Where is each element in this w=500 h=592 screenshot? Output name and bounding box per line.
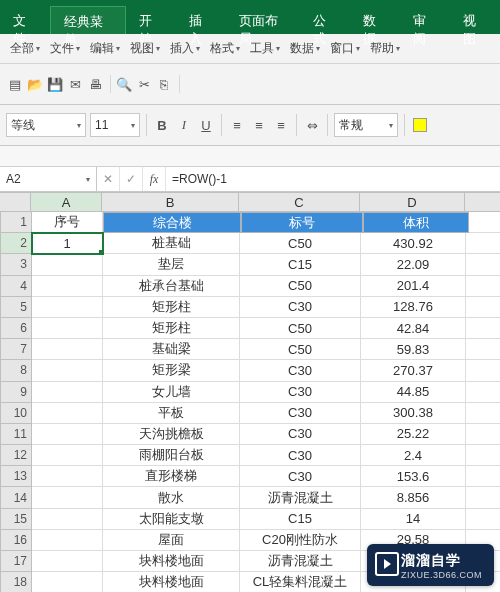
cell-B9[interactable]: 女儿墙 xyxy=(103,382,240,403)
cell-B2[interactable]: 桩基础 xyxy=(103,233,240,254)
menu-edit[interactable]: 编辑▾ xyxy=(86,38,124,59)
cell-D15[interactable]: 14 xyxy=(361,509,466,530)
cell-A4[interactable] xyxy=(32,276,103,297)
cell-A2[interactable]: 1 xyxy=(32,233,103,254)
cell-A10[interactable] xyxy=(32,403,103,424)
cell-E15[interactable] xyxy=(466,509,500,530)
cell-B1[interactable]: 综合楼 xyxy=(103,212,241,233)
row-header[interactable]: 5 xyxy=(0,297,32,318)
menu-tools[interactable]: 工具▾ xyxy=(246,38,284,59)
cell-E14[interactable] xyxy=(466,487,500,508)
cell-E3[interactable] xyxy=(466,254,500,275)
cell-C16[interactable]: C20刚性防水 xyxy=(240,530,361,551)
menu-insert[interactable]: 插入▾ xyxy=(166,38,204,59)
cell-B13[interactable]: 直形楼梯 xyxy=(103,466,240,487)
cell-C6[interactable]: C50 xyxy=(240,318,361,339)
col-header-B[interactable]: B xyxy=(102,192,239,212)
merge-icon[interactable]: ⇔ xyxy=(303,116,321,134)
cell-E8[interactable] xyxy=(466,360,500,381)
cell-E2[interactable] xyxy=(466,233,500,254)
align-center-icon[interactable]: ≡ xyxy=(250,116,268,134)
cell-C1[interactable]: 标号 xyxy=(241,212,363,233)
cell-B3[interactable]: 垫层 xyxy=(103,254,240,275)
cell-A12[interactable] xyxy=(32,445,103,466)
save-icon[interactable]: 💾 xyxy=(46,75,64,93)
cell-E6[interactable] xyxy=(466,318,500,339)
cell-C5[interactable]: C30 xyxy=(240,297,361,318)
cell-D11[interactable]: 25.22 xyxy=(361,424,466,445)
row-header[interactable]: 18 xyxy=(0,572,32,592)
cell-B10[interactable]: 平板 xyxy=(103,403,240,424)
underline-button[interactable]: U xyxy=(197,116,215,134)
col-header-A[interactable]: A xyxy=(31,192,102,212)
cell-A16[interactable] xyxy=(32,530,103,551)
row-header[interactable]: 9 xyxy=(0,382,32,403)
cell-A15[interactable] xyxy=(32,509,103,530)
align-left-icon[interactable]: ≡ xyxy=(228,116,246,134)
row-header[interactable]: 4 xyxy=(0,276,32,297)
cell-D14[interactable]: 8.856 xyxy=(361,487,466,508)
formula-input[interactable]: =ROW()-1 xyxy=(166,167,500,191)
col-header-C[interactable]: C xyxy=(239,192,360,212)
cut-icon[interactable]: ✂ xyxy=(135,75,153,93)
cell-D8[interactable]: 270.37 xyxy=(361,360,466,381)
tab-home[interactable]: 开始 xyxy=(126,6,176,34)
cell-D10[interactable]: 300.38 xyxy=(361,403,466,424)
copy-icon[interactable]: ⎘ xyxy=(155,75,173,93)
cell-D12[interactable]: 2.4 xyxy=(361,445,466,466)
row-header[interactable]: 17 xyxy=(0,551,32,572)
cell-C13[interactable]: C30 xyxy=(240,466,361,487)
row-header[interactable]: 6 xyxy=(0,318,32,339)
cell-B16[interactable]: 屋面 xyxy=(103,530,240,551)
cell-A9[interactable] xyxy=(32,382,103,403)
cell-E7[interactable] xyxy=(466,339,500,360)
cell-A11[interactable] xyxy=(32,424,103,445)
tab-view[interactable]: 视图 xyxy=(450,6,500,34)
spreadsheet-grid[interactable]: A B C D E 1序号综合楼标号体积21桩基础C50430.923垫层C15… xyxy=(0,192,500,592)
cell-A17[interactable] xyxy=(32,551,103,572)
tab-file[interactable]: 文件 xyxy=(0,6,50,34)
cell-A3[interactable] xyxy=(32,254,103,275)
row-header[interactable]: 14 xyxy=(0,487,32,508)
number-format-combo[interactable]: 常规▾ xyxy=(334,113,398,137)
cell-D1[interactable]: 体积 xyxy=(363,212,469,233)
row-header[interactable]: 15 xyxy=(0,509,32,530)
cell-D7[interactable]: 59.83 xyxy=(361,339,466,360)
cell-C3[interactable]: C15 xyxy=(240,254,361,275)
cell-C15[interactable]: C15 xyxy=(240,509,361,530)
menu-all[interactable]: 全部▾ xyxy=(6,38,44,59)
cell-B6[interactable]: 矩形柱 xyxy=(103,318,240,339)
cell-E5[interactable] xyxy=(466,297,500,318)
align-right-icon[interactable]: ≡ xyxy=(272,116,290,134)
cell-B17[interactable]: 块料楼地面 xyxy=(103,551,240,572)
row-header[interactable]: 7 xyxy=(0,339,32,360)
cell-C8[interactable]: C30 xyxy=(240,360,361,381)
cell-D13[interactable]: 153.6 xyxy=(361,466,466,487)
col-header-D[interactable]: D xyxy=(360,192,465,212)
menu-view[interactable]: 视图▾ xyxy=(126,38,164,59)
cell-B12[interactable]: 雨棚阳台板 xyxy=(103,445,240,466)
row-header[interactable]: 16 xyxy=(0,530,32,551)
row-header[interactable]: 3 xyxy=(0,254,32,275)
font-size-combo[interactable]: 11▾ xyxy=(90,113,140,137)
fill-color-icon[interactable] xyxy=(411,116,429,134)
row-header[interactable]: 10 xyxy=(0,403,32,424)
cell-C12[interactable]: C30 xyxy=(240,445,361,466)
cell-A5[interactable] xyxy=(32,297,103,318)
tab-page-layout[interactable]: 页面布局 xyxy=(226,6,300,34)
col-header-E[interactable]: E xyxy=(465,192,500,212)
cell-C17[interactable]: 沥青混凝土 xyxy=(240,551,361,572)
select-all-corner[interactable] xyxy=(0,192,31,212)
tab-insert[interactable]: 插入 xyxy=(176,6,226,34)
tab-data[interactable]: 数据 xyxy=(350,6,400,34)
cell-E10[interactable] xyxy=(466,403,500,424)
row-header[interactable]: 2 xyxy=(0,233,32,254)
cell-D6[interactable]: 42.84 xyxy=(361,318,466,339)
cell-A14[interactable] xyxy=(32,487,103,508)
row-header[interactable]: 1 xyxy=(0,212,32,233)
cell-D4[interactable]: 201.4 xyxy=(361,276,466,297)
cell-B5[interactable]: 矩形柱 xyxy=(103,297,240,318)
cell-C11[interactable]: C30 xyxy=(240,424,361,445)
cell-A1[interactable]: 序号 xyxy=(32,212,103,233)
row-header[interactable]: 8 xyxy=(0,360,32,381)
